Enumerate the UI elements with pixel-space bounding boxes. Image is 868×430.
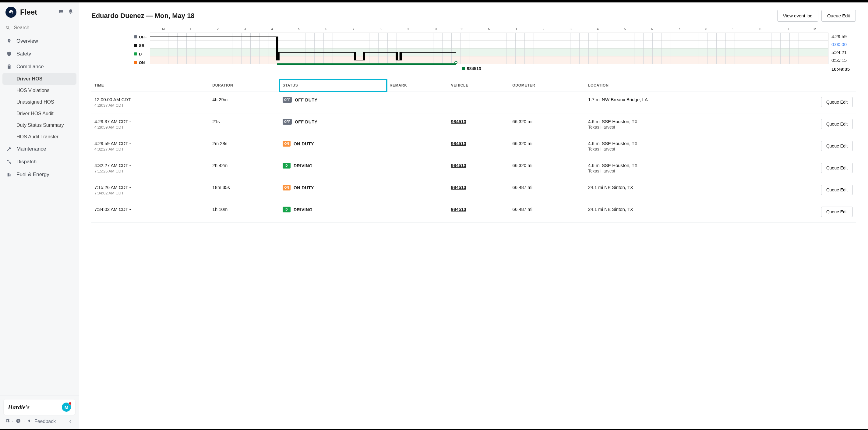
notifications-icon[interactable] [68,9,73,16]
cell-remark [387,157,448,179]
megaphone-icon[interactable] [27,419,32,425]
feedback-link[interactable]: Feedback [34,419,56,424]
cell-vehicle[interactable]: 984513 [448,113,509,135]
cell-status: ONON DUTY [280,179,387,201]
sidebar-item-dispatch[interactable]: Dispatch [0,155,79,168]
cell-time: 12:00:00 AM CDT -4:29:37 AM CDT [91,91,209,113]
hos-grid [150,33,828,64]
sidebar-subitem-hos-audit-transfer[interactable]: HOS Audit Transfer [0,131,79,143]
cell-odometer: 66,320 mi [509,135,585,157]
row-queue-edit-button[interactable]: Queue Edit [821,207,853,217]
log-row: 12:00:00 AM CDT -4:29:37 AM CDT4h 29mOFF… [91,91,856,113]
cell-duration: 4h 29m [209,91,280,113]
total-off: 4:29:59 [832,33,856,40]
sidebar-subitem-driver-hos[interactable]: Driver HOS [2,73,76,85]
sidebar-item-overview[interactable]: Overview [0,35,79,48]
row-queue-edit-button[interactable]: Queue Edit [821,119,853,129]
svg-point-0 [6,26,9,29]
log-row: 7:15:26 AM CDT -7:34:02 AM CDT18m 35sONO… [91,179,856,201]
col-remark: REMARK [387,80,448,91]
search-input[interactable] [14,25,73,30]
sidebar-item-compliance[interactable]: Compliance [0,60,79,73]
sidebar: Fleet OverviewSafetyComplianceDriver HOS… [0,2,79,429]
cell-time: 4:29:59 AM CDT -4:32:27 AM CDT [91,135,209,157]
messages-icon[interactable] [58,9,64,16]
cell-duration: 2h 42m [209,157,280,179]
svg-text:?: ? [18,419,20,422]
sidebar-subitem-duty-status-summary[interactable]: Duty Status Summary [0,119,79,131]
cell-odometer: 66,487 mi [509,179,585,201]
fuel-icon [6,172,12,178]
row-queue-edit-button[interactable]: Queue Edit [821,97,853,107]
chart-row-on [150,56,828,64]
hos-vehicle-tag: 984513 [462,66,828,71]
col-status: STATUS [280,80,387,91]
cell-duration: 18m 35s [209,179,280,201]
route-icon [6,159,12,165]
cell-location: 4.6 mi SSE Houston, TXTexas Harvest [585,135,757,157]
sidebar-subitem-driver-hos-audit[interactable]: Driver HOS Audit [0,108,79,119]
col-location: LOCATION [585,80,757,91]
cell-remark [387,179,448,201]
cell-time: 4:32:27 AM CDT -7:15:26 AM CDT [91,157,209,179]
cell-odometer: 66,320 mi [509,157,585,179]
legend-sb: SB [134,41,147,49]
sidebar-nav: OverviewSafetyComplianceDriver HOSHOS Vi… [0,35,79,396]
sidebar-subitem-unassigned-hos[interactable]: Unassigned HOS [0,96,79,108]
cell-vehicle[interactable]: 984513 [448,135,509,157]
legend-on: ON [134,58,147,66]
cell-duration: 2m 28s [209,135,280,157]
clipboard-icon [6,64,12,70]
hos-chart: OFFSBDON M1234567891011N1234567891011M 9… [134,27,856,71]
cell-location: 24.1 mi NE Sinton, TX [585,201,757,223]
cell-odometer: 66,320 mi [509,113,585,135]
user-avatar[interactable]: M [62,403,71,412]
hos-legend: OFFSBDON [134,27,147,67]
cell-vehicle[interactable]: 984513 [448,201,509,223]
sidebar-item-maintenance[interactable]: Maintenance [0,143,79,155]
cell-remark [387,201,448,223]
hos-totals: 4:29:590:00:005:24:210:55:1510:49:35 [832,27,856,67]
shield-icon [6,51,12,57]
sidebar-item-safety[interactable]: Safety [0,48,79,60]
help-icon[interactable]: ? [16,419,21,425]
row-queue-edit-button[interactable]: Queue Edit [821,185,853,195]
cell-vehicle[interactable]: 984513 [448,157,509,179]
vehicle-timeline-end [455,61,458,64]
main-content: Eduardo Duenez — Mon, May 18 View event … [79,2,868,429]
settings-icon[interactable] [5,419,10,425]
collapse-sidebar-icon[interactable] [67,418,74,425]
cell-remark [387,91,448,113]
page-title: Eduardo Duenez — Mon, May 18 [91,12,195,20]
svg-line-1 [8,28,9,29]
search-row[interactable] [0,22,79,35]
col-actions [757,80,856,91]
search-icon [5,25,10,30]
cell-duration: 21s [209,113,280,135]
sidebar-subitem-hos-violations[interactable]: HOS Violations [0,85,79,96]
row-queue-edit-button[interactable]: Queue Edit [821,163,853,173]
log-row: 4:32:27 AM CDT -7:15:26 AM CDT2h 42mDDRI… [91,157,856,179]
wrench-icon [6,146,12,152]
brand-name: Fleet [20,8,55,17]
cell-odometer: 66,487 mi [509,201,585,223]
hos-log-table: TIMEDURATIONSTATUSREMARKVEHICLEODOMETERL… [91,80,856,223]
cell-status: OFFOFF DUTY [280,113,387,135]
chart-row-sb [150,41,828,49]
cell-time: 7:15:26 AM CDT -7:34:02 AM CDT [91,179,209,201]
cell-location: 24.1 mi NE Sinton, TX [585,179,757,201]
row-queue-edit-button[interactable]: Queue Edit [821,141,853,151]
cell-status: ONON DUTY [280,135,387,157]
total-d: 5:24:21 [832,49,856,56]
view-event-log-button[interactable]: View event log [777,10,818,22]
cell-vehicle: - [448,91,509,113]
queue-edit-button[interactable]: Queue Edit [822,10,856,22]
sidebar-item-fuel-&-energy[interactable]: Fuel & Energy [0,168,79,181]
svg-point-2 [7,160,8,161]
cell-vehicle[interactable]: 984513 [448,179,509,201]
org-switcher[interactable]: Hardie's M [4,400,75,415]
col-duration: DURATION [209,80,280,91]
cell-status: DDRIVING [280,157,387,179]
svg-point-3 [10,163,11,164]
org-name: Hardie's [8,404,30,411]
